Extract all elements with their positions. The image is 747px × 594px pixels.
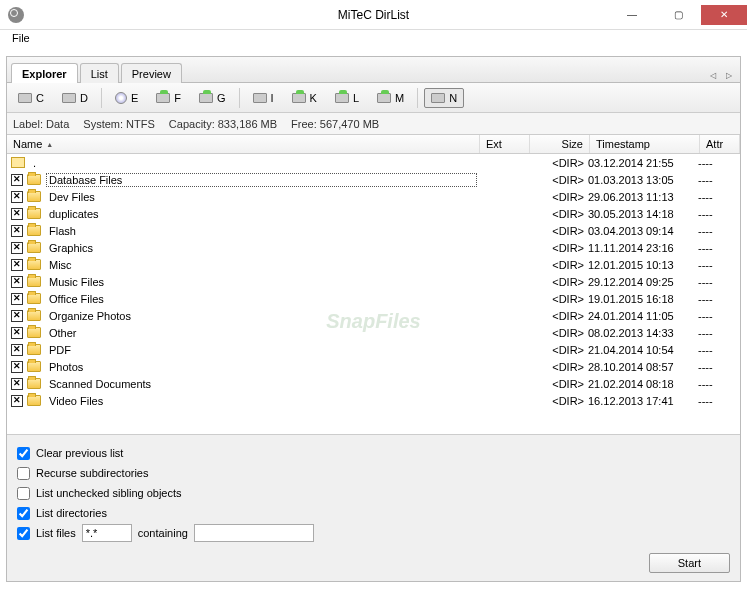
- column-size[interactable]: Size: [530, 135, 590, 153]
- table-row[interactable]: Graphics<DIR>11.11.2014 23:16----: [7, 239, 740, 256]
- cell-name: Photos: [47, 361, 476, 373]
- row-checkbox[interactable]: [11, 327, 23, 339]
- recurse-checkbox[interactable]: [17, 467, 30, 480]
- cell-attr: ----: [696, 344, 736, 356]
- drive-m-button[interactable]: M: [370, 88, 411, 108]
- column-name[interactable]: Name▲: [7, 135, 480, 153]
- window-title: MiTeC DirList: [338, 8, 409, 22]
- table-row[interactable]: Video Files<DIR>16.12.2013 17:41----: [7, 392, 740, 409]
- drive-letter: C: [36, 92, 44, 104]
- cell-ts: 29.06.2013 11:13: [586, 191, 696, 203]
- app-icon: [8, 7, 24, 23]
- column-attr[interactable]: Attr: [700, 135, 740, 153]
- column-timestamp[interactable]: Timestamp: [590, 135, 700, 153]
- unchecked-siblings-label: List unchecked sibling objects: [36, 487, 182, 499]
- list-directories-checkbox[interactable]: [17, 507, 30, 520]
- content-frame: ExplorerListPreview ◁ ▷ CDEFGIKLMN Label…: [6, 56, 741, 582]
- cell-attr: ----: [696, 208, 736, 220]
- cell-size: <DIR>: [526, 344, 586, 356]
- row-checkbox[interactable]: [11, 191, 23, 203]
- cell-name: Video Files: [47, 395, 476, 407]
- drive-l-button[interactable]: L: [328, 88, 366, 108]
- table-row[interactable]: Dev Files<DIR>29.06.2013 11:13----: [7, 188, 740, 205]
- cell-size: <DIR>: [526, 378, 586, 390]
- drive-k-button[interactable]: K: [285, 88, 324, 108]
- folder-icon: [27, 293, 41, 304]
- drive-n-button[interactable]: N: [424, 88, 464, 108]
- clear-previous-checkbox[interactable]: [17, 447, 30, 460]
- drive-d-button[interactable]: D: [55, 88, 95, 108]
- cell-size: <DIR>: [526, 259, 586, 271]
- cell-attr: ----: [696, 361, 736, 373]
- cell-ts: 08.02.2013 14:33: [586, 327, 696, 339]
- list-directories-label: List directories: [36, 507, 107, 519]
- row-checkbox[interactable]: [11, 310, 23, 322]
- folder-up-icon: [11, 157, 25, 168]
- cell-attr: ----: [696, 395, 736, 407]
- row-checkbox[interactable]: [11, 259, 23, 271]
- file-mask-input[interactable]: [82, 524, 132, 542]
- table-row[interactable]: Scanned Documents<DIR>21.02.2014 08:18--…: [7, 375, 740, 392]
- row-checkbox[interactable]: [11, 293, 23, 305]
- cell-size: <DIR>: [526, 208, 586, 220]
- row-checkbox[interactable]: [11, 344, 23, 356]
- drive-f-button[interactable]: F: [149, 88, 188, 108]
- folder-icon: [27, 191, 41, 202]
- cell-name: Music Files: [47, 276, 476, 288]
- column-ext[interactable]: Ext: [480, 135, 530, 153]
- minimize-button[interactable]: —: [609, 5, 655, 25]
- row-checkbox[interactable]: [11, 225, 23, 237]
- table-row[interactable]: Organize Photos<DIR>24.01.2014 11:05----: [7, 307, 740, 324]
- table-row[interactable]: Photos<DIR>28.10.2014 08:57----: [7, 358, 740, 375]
- cell-name: Misc: [47, 259, 476, 271]
- drive-c-button[interactable]: C: [11, 88, 51, 108]
- maximize-button[interactable]: ▢: [655, 5, 701, 25]
- cell-attr: ----: [696, 310, 736, 322]
- cell-attr: ----: [696, 174, 736, 186]
- cell-ts: 03.04.2013 09:14: [586, 225, 696, 237]
- table-row[interactable]: Other<DIR>08.02.2013 14:33----: [7, 324, 740, 341]
- drive-g-button[interactable]: G: [192, 88, 233, 108]
- drive-letter: L: [353, 92, 359, 104]
- tab-preview[interactable]: Preview: [121, 63, 182, 83]
- containing-input[interactable]: [194, 524, 314, 542]
- table-row[interactable]: PDF<DIR>21.04.2014 10:54----: [7, 341, 740, 358]
- file-list[interactable]: Name▲ Ext Size Timestamp Attr .<DIR>03.1…: [7, 135, 740, 435]
- table-row[interactable]: duplicates<DIR>30.05.2013 14:18----: [7, 205, 740, 222]
- tab-scroll-right-icon[interactable]: ▷: [722, 69, 736, 82]
- drive-divider: [239, 88, 240, 108]
- table-row[interactable]: Database Files<DIR>01.03.2013 13:05----: [7, 171, 740, 188]
- row-checkbox[interactable]: [11, 276, 23, 288]
- table-row[interactable]: .<DIR>03.12.2014 21:55----: [7, 154, 740, 171]
- tab-list[interactable]: List: [80, 63, 119, 83]
- tab-scroll-left-icon[interactable]: ◁: [706, 69, 720, 82]
- drive-icon: [62, 93, 76, 103]
- table-row[interactable]: Flash<DIR>03.04.2013 09:14----: [7, 222, 740, 239]
- table-row[interactable]: Misc<DIR>12.01.2015 10:13----: [7, 256, 740, 273]
- row-checkbox[interactable]: [11, 378, 23, 390]
- list-files-checkbox[interactable]: [17, 527, 30, 540]
- drive-i-button[interactable]: I: [246, 88, 281, 108]
- row-checkbox[interactable]: [11, 174, 23, 186]
- row-checkbox[interactable]: [11, 208, 23, 220]
- capacity-label: Capacity:: [169, 118, 215, 130]
- table-row[interactable]: Office Files<DIR>19.01.2015 16:18----: [7, 290, 740, 307]
- drive-e-button[interactable]: E: [108, 88, 145, 108]
- unchecked-siblings-checkbox[interactable]: [17, 487, 30, 500]
- recurse-label: Recurse subdirectories: [36, 467, 149, 479]
- cell-ts: 19.01.2015 16:18: [586, 293, 696, 305]
- tab-explorer[interactable]: Explorer: [11, 63, 78, 83]
- cell-ts: 21.02.2014 08:18: [586, 378, 696, 390]
- capacity-value: 833,186 MB: [218, 118, 277, 130]
- row-checkbox[interactable]: [11, 361, 23, 373]
- start-button[interactable]: Start: [649, 553, 730, 573]
- row-checkbox[interactable]: [11, 242, 23, 254]
- table-row[interactable]: Music Files<DIR>29.12.2014 09:25----: [7, 273, 740, 290]
- menu-file[interactable]: File: [6, 30, 36, 46]
- close-button[interactable]: ✕: [701, 5, 747, 25]
- folder-icon: [27, 174, 41, 185]
- row-checkbox[interactable]: [11, 395, 23, 407]
- drive-letter: F: [174, 92, 181, 104]
- drive-icon: [377, 93, 391, 103]
- drive-letter: M: [395, 92, 404, 104]
